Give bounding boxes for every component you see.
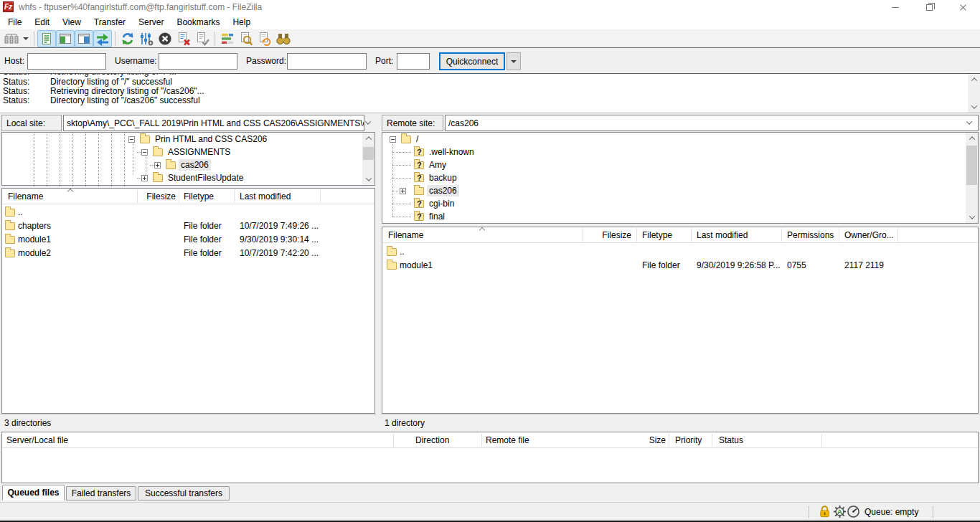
log-line: Status: Directory listing of "/cas206" s… xyxy=(0,96,933,105)
column-priority[interactable]: Priority xyxy=(675,435,702,445)
gear-auto-icon: A xyxy=(833,505,847,518)
menu-help[interactable]: Help xyxy=(226,16,257,29)
column-direction[interactable]: Direction xyxy=(415,435,449,445)
column-filetype[interactable]: Filetype xyxy=(642,230,672,240)
remote-tree-scrollbar[interactable] xyxy=(966,133,978,223)
column-last-modified[interactable]: Last modified xyxy=(697,230,748,240)
remote-site-label: Remote site: xyxy=(382,115,443,131)
disconnect-icon xyxy=(176,31,192,47)
column-filesize[interactable]: Filesize xyxy=(584,230,631,240)
queue-tabs: Queued files Failed transfers Successful… xyxy=(0,485,980,501)
synchronized-browsing-button[interactable] xyxy=(255,30,274,47)
file-row-module1[interactable]: module1 File folder 9/30/2019 9:30:14 ..… xyxy=(2,233,374,247)
remote-site-dropdown[interactable] xyxy=(967,120,971,125)
encryption-status-button[interactable] xyxy=(818,505,831,518)
filename-filters-button[interactable] xyxy=(274,30,293,47)
toggle-local-tree-button[interactable] xyxy=(56,30,75,47)
message-log: Status:Retrieving directory listing of "… xyxy=(0,74,980,113)
column-filename[interactable]: Filename xyxy=(388,230,423,240)
toggle-message-log-button[interactable] xyxy=(37,30,56,47)
toggle-remote-tree-button[interactable] xyxy=(75,30,93,47)
host-input[interactable] xyxy=(27,53,106,70)
toggle-transfer-queue-button[interactable] xyxy=(93,30,112,47)
transfer-queue-pane: Server/Local file Direction Remote file … xyxy=(1,432,979,483)
transfer-queue-icon xyxy=(95,32,110,46)
disconnect-button[interactable] xyxy=(174,30,193,47)
column-last-modified[interactable]: Last modified xyxy=(240,191,291,201)
quickconnect-button[interactable]: Quickconnect xyxy=(439,52,505,70)
column-remote-file[interactable]: Remote file xyxy=(486,435,529,445)
scroll-down-button[interactable] xyxy=(966,212,978,223)
tab-successful-transfers[interactable]: Successful transfers xyxy=(138,486,230,500)
username-input[interactable] xyxy=(159,53,237,70)
menu-bookmarks[interactable]: Bookmarks xyxy=(170,16,226,29)
password-input[interactable] xyxy=(287,53,367,70)
directory-comparison-button[interactable] xyxy=(218,30,237,47)
file-row-chapters[interactable]: chapters File folder 10/7/2019 7:49:26 .… xyxy=(2,219,374,233)
column-filetype[interactable]: Filetype xyxy=(184,191,214,201)
quickconnect-dropdown[interactable] xyxy=(507,52,521,70)
transfer-type-button[interactable]: A xyxy=(833,505,847,518)
scroll-up-button[interactable] xyxy=(362,133,374,144)
expand-toggle[interactable] xyxy=(154,162,161,169)
scroll-down-button[interactable] xyxy=(968,101,980,113)
toolbar-separator xyxy=(215,32,215,46)
process-queue-button[interactable] xyxy=(137,30,156,47)
tab-failed-transfers[interactable]: Failed transfers xyxy=(66,486,136,500)
file-row-module1[interactable]: module1 File folder 9/30/2019 9:26:58 P.… xyxy=(382,259,978,272)
restore-button[interactable] xyxy=(917,0,941,14)
speed-limits-button[interactable] xyxy=(847,505,860,518)
minimize-button[interactable] xyxy=(883,0,908,14)
file-row-module2[interactable]: module2 File folder 10/7/2019 7:42:20 ..… xyxy=(2,247,374,260)
local-file-list: Filename Filesize Filetype Last modified… xyxy=(1,188,375,414)
reconnect-button[interactable] xyxy=(193,30,212,47)
local-directory-tree: Prin HTML and CSS CAS206 ASSIGNMENTS cas… xyxy=(1,132,375,186)
menu-view[interactable]: View xyxy=(56,16,88,29)
folder-icon xyxy=(5,222,15,230)
process-queue-icon xyxy=(138,31,154,47)
site-manager-button[interactable] xyxy=(2,30,21,47)
port-input[interactable] xyxy=(397,53,430,70)
tab-queued-files[interactable]: Queued files xyxy=(2,485,65,500)
scrollbar-thumb[interactable] xyxy=(363,147,374,160)
log-scrollbar[interactable] xyxy=(968,74,980,113)
cancel-button[interactable] xyxy=(156,30,174,47)
expand-toggle[interactable] xyxy=(141,175,148,181)
expand-toggle[interactable] xyxy=(400,188,406,194)
file-row-up[interactable]: .. xyxy=(382,245,978,259)
scroll-down-button[interactable] xyxy=(362,174,374,185)
column-permissions[interactable]: Permissions xyxy=(787,230,834,240)
scroll-up-button[interactable] xyxy=(966,133,978,144)
minimize-icon xyxy=(892,7,899,8)
folder-icon xyxy=(5,250,15,257)
menu-edit[interactable]: Edit xyxy=(28,16,56,29)
column-filename[interactable]: Filename xyxy=(8,191,43,201)
menu-transfer[interactable]: Transfer xyxy=(88,16,132,29)
file-row-up[interactable]: .. xyxy=(2,206,374,219)
column-server-local-file[interactable]: Server/Local file xyxy=(6,435,68,445)
folder-icon xyxy=(387,262,397,270)
collapse-toggle[interactable] xyxy=(390,136,396,143)
menu-file[interactable]: File xyxy=(1,16,28,29)
collapse-toggle[interactable] xyxy=(128,136,135,143)
local-tree-scrollbar[interactable] xyxy=(362,133,374,185)
scrollbar-thumb[interactable] xyxy=(966,146,977,185)
column-size[interactable]: Size xyxy=(616,435,666,445)
column-status[interactable]: Status xyxy=(719,435,743,445)
close-button[interactable] xyxy=(951,0,975,14)
remote-status-text: 1 directory xyxy=(380,414,980,430)
find-files-button[interactable] xyxy=(237,30,255,47)
column-filesize[interactable]: Filesize xyxy=(138,191,176,201)
site-manager-dropdown[interactable] xyxy=(21,30,31,47)
folder-icon xyxy=(153,148,163,156)
collapse-toggle[interactable] xyxy=(141,149,148,156)
refresh-button[interactable] xyxy=(118,30,137,47)
menu-server[interactable]: Server xyxy=(132,16,170,29)
local-site-dropdown[interactable] xyxy=(366,120,370,125)
scroll-up-button[interactable] xyxy=(968,74,980,85)
sort-ascending-icon xyxy=(67,189,73,194)
remote-site-combobox[interactable]: /cas206 xyxy=(445,115,979,131)
restore-icon xyxy=(926,4,933,11)
local-site-combobox[interactable]: sktop\Amy\_PCC\_FALL 2019\Prin HTML and … xyxy=(63,115,364,131)
column-owner-group[interactable]: Owner/Gro... xyxy=(844,230,894,240)
